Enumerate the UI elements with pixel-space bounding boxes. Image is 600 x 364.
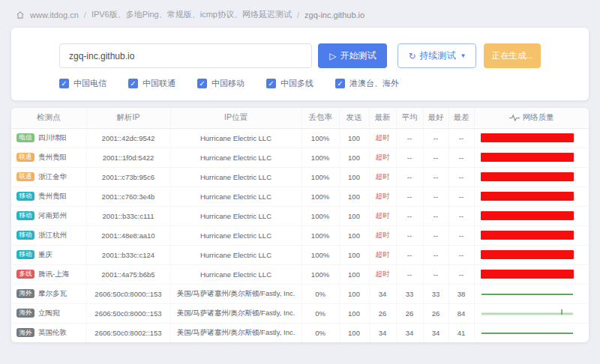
filter-label: 中国电信 [74,78,106,89]
continuous-test-button[interactable]: ↻ 持续测试 ▼ [398,43,476,68]
ip-location-cell: Hurricane Electric LLC [170,128,302,148]
col-header-resolved-ip: 解析IP [86,108,170,128]
resolved-ip-cell: 2606:50c0:8002::153 [86,323,170,342]
filter-checkbox-3[interactable]: ✓中国多线 [266,78,314,89]
ip-location-cell: 美国/马萨诸塞州/奥尔斯顿/Fastly, Inc. [170,323,302,342]
quality-cell [474,225,589,245]
chevron-down-icon: ▼ [460,52,466,59]
resolved-ip-cell: 2001::c760:3e4b [86,186,170,206]
average-cell: -- [396,206,423,225]
quality-sparkline [481,288,574,300]
sent-cell: 100 [339,148,369,167]
node-name: 摩尔多瓦 [38,289,67,297]
quality-red-bar [481,270,574,279]
ip-location-cell: 美国/马萨诸塞州/奥尔斯顿/Fastly, Inc. [170,303,302,323]
col-header-latest: 最新 [369,108,396,128]
quality-red-bar [481,153,574,162]
quality-red-bar [481,250,574,259]
col-header-packet-loss: 丢包率 [302,108,339,128]
table-row: 移动贵州贵阳2001::c760:3e4bHurricane Electric … [11,186,589,206]
node-name: 英国伦敦 [38,328,67,336]
latest-cell: 34 [369,284,396,303]
best-cell: -- [423,245,448,264]
latest-cell: 超时 [369,245,396,264]
carrier-badge: 移动 [16,250,34,259]
filter-checkbox-1[interactable]: ✓中国联通 [128,78,176,89]
best-cell: -- [423,128,448,148]
average-cell: -- [396,186,423,206]
table-header-row: 检测点 解析IP IP位置 丢包率 发送 最新 平均 最好 最差 网络质量 [11,108,589,128]
worst-cell: 41 [448,323,474,342]
node-cell: 联通浙江金华 [11,167,86,186]
node-name: 浙江金华 [38,172,67,181]
breadcrumb-target-host: zgq-inc.github.io [304,10,364,19]
node-name: 贵州贵阳 [38,192,67,200]
node-cell: 移动河南郑州 [11,206,86,225]
packet-loss-cell: 100% [302,186,339,206]
latest-cell: 超时 [369,186,396,206]
carrier-badge: 多线 [16,270,34,279]
worst-cell: -- [448,186,474,206]
filter-checkbox-0[interactable]: ✓中国电信 [59,78,106,89]
quality-cell [474,284,589,303]
node-cell: 电信四川绵阳 [11,128,86,148]
best-cell: 34 [423,323,448,342]
packet-loss-cell: 0% [302,323,339,342]
node-name: 重庆 [38,250,52,258]
checkbox-checked-icon: ✓ [59,79,69,88]
table-row: 联通浙江金华2001::c73b:95c6Hurricane Electric … [11,167,589,186]
generating-button[interactable]: 正在生成... [484,43,541,68]
resolved-ip-cell: 2001::b33c:c124 [86,245,170,264]
home-icon[interactable] [16,10,25,19]
latest-cell: 26 [369,303,396,323]
breadcrumb-separator: / [297,10,299,19]
sent-cell: 100 [339,245,369,264]
average-cell: -- [396,128,423,148]
sent-cell: 100 [339,323,369,342]
test-controls-row: ▷ 开始测试 ↻ 持续测试 ▼ 正在生成... [59,43,541,68]
average-cell: 34 [396,323,423,342]
worst-cell: -- [448,206,474,225]
ip-location-cell: Hurricane Electric LLC [170,225,302,245]
carrier-badge: 移动 [16,192,34,201]
play-icon: ▷ [329,52,336,61]
average-cell: -- [396,148,423,167]
sent-cell: 100 [339,167,369,186]
average-cell: -- [396,167,423,186]
average-cell: -- [396,245,423,264]
packet-loss-cell: 0% [302,303,339,323]
sent-cell: 100 [339,128,369,148]
target-host-input[interactable] [59,43,312,68]
table-row: 多线腾讯-上海2001::4a75:b6b5Hurricane Electric… [11,264,589,284]
quality-cell [474,128,589,148]
ip-location-cell: Hurricane Electric LLC [170,148,302,167]
start-test-button[interactable]: ▷ 开始测试 [318,43,387,68]
node-name: 贵州贵阳 [38,153,67,161]
breadcrumb-site-link[interactable]: www.itdog.cn [30,10,79,19]
resolved-ip-cell: 2001::48e8:aa10 [86,225,170,245]
breadcrumb-separator: / [84,10,86,19]
node-cell: 联通贵州贵阳 [11,148,86,167]
packet-loss-cell: 100% [302,128,339,148]
filter-checkbox-4[interactable]: ✓港澳台、海外 [335,78,399,89]
carrier-badge: 海外 [16,309,34,318]
node-cell: 海外摩尔多瓦 [11,284,86,303]
ip-location-cell: 美国/马萨诸塞州/奥尔斯顿/Fastly, Inc. [170,284,302,303]
carrier-filter-group: ✓中国电信✓中国联通✓中国移动✓中国多线✓港澳台、海外 [59,78,541,89]
average-cell: 33 [396,284,423,303]
sent-cell: 100 [339,206,369,225]
resolved-ip-cell: 2001::4a75:b6b5 [86,264,170,284]
best-cell: -- [423,167,448,186]
ip-location-cell: Hurricane Electric LLC [170,264,302,284]
continuous-test-label: 持续测试 [419,49,455,62]
latest-cell: 超时 [369,148,396,167]
filter-checkbox-2[interactable]: ✓中国移动 [197,78,244,89]
average-cell: 26 [396,303,423,323]
latest-cell: 34 [369,323,396,342]
quality-cell [474,186,589,206]
worst-cell: 38 [448,284,474,303]
worst-cell: 84 [448,303,474,323]
worst-cell: -- [448,167,474,186]
best-cell: 26 [423,303,448,323]
latest-cell: 超时 [369,264,396,284]
